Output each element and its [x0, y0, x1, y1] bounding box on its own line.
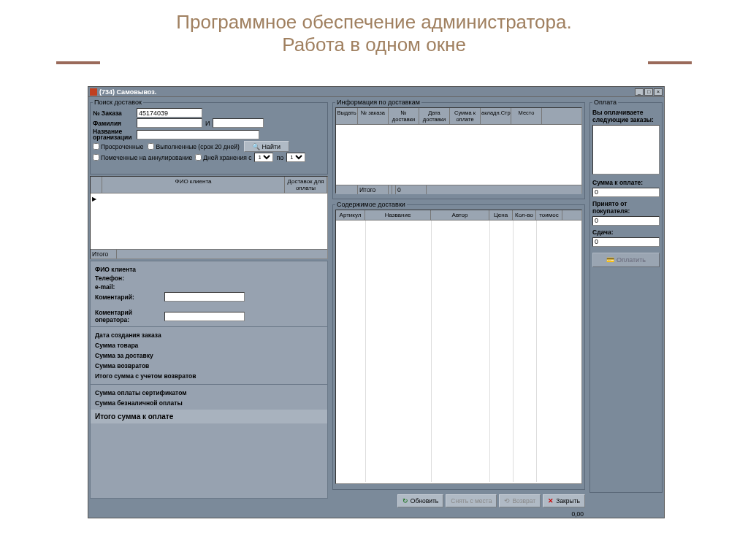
surname-label: Фамилия [93, 120, 137, 127]
refresh-icon: ↻ [402, 497, 408, 505]
contents-sum: 0,00 [331, 510, 587, 518]
refresh-button[interactable]: ↻Обновить [397, 494, 444, 507]
search-legend: Поиск доставок [93, 99, 143, 106]
action-buttons: ↻Обновить Снять с места ⟲Возврат ✕Закрыт… [331, 491, 587, 510]
deliveries-panel: Информация по доставкам Выдать № заказа … [332, 99, 585, 199]
org-label: Название организации [93, 129, 137, 140]
initials-input[interactable] [213, 118, 264, 128]
total-sum: Итого сумма к оплате [91, 410, 327, 423]
minimize-button[interactable]: _ [635, 88, 644, 96]
pay-button[interactable]: 💳Оплатить [592, 253, 660, 267]
deliveries-grid[interactable]: Выдать № заказа № доставки Дата доставки… [335, 107, 582, 193]
order-input[interactable] [137, 108, 202, 118]
contents-grid[interactable]: Артикул Название Автор Цена Кол-во тоимо… [335, 210, 582, 484]
days-from-select[interactable]: 10 [254, 153, 273, 162]
done-checkbox[interactable]: Выполненные (срок 20 дней) [148, 143, 239, 150]
slide-divider [0, 61, 748, 64]
client-details: ФИО клиента Телефон: e-mail: Коментарий:… [90, 261, 328, 499]
return-button[interactable]: ⟲Возврат [499, 494, 541, 507]
maximize-button[interactable]: □ [644, 88, 653, 96]
app-icon [90, 88, 97, 96]
sum-value: 0 [592, 188, 660, 197]
row-marker-icon: ▶ [92, 196, 96, 202]
days-checkbox[interactable]: Дней хранения с [195, 154, 251, 161]
titlebar: (734) Самовывоз. _ □ × [88, 87, 664, 97]
close-button[interactable]: ✕Закрыть [543, 494, 585, 507]
change-value: 0 [592, 237, 660, 247]
search-icon: 🔍 [252, 143, 260, 150]
received-input[interactable]: 0 [592, 216, 660, 226]
op-comment-input[interactable] [164, 312, 245, 321]
org-input[interactable] [137, 130, 259, 139]
find-button[interactable]: 🔍Найти [244, 141, 289, 152]
app-window: (734) Самовывоз. _ □ × Поиск доставок № … [88, 86, 665, 518]
search-panel: Поиск доставок № Заказа Фамилия И Назван… [90, 99, 328, 174]
slide-title: Программное обеспечение администратора. … [0, 0, 748, 60]
surname-input[interactable] [137, 118, 202, 128]
clients-grid[interactable]: ФИО клиента Доставок для оплаты ▶ Итого [90, 176, 328, 259]
contents-panel: Содержимое доставки Артикул Название Авт… [332, 201, 585, 490]
overdue-checkbox[interactable]: Просроченные [93, 143, 143, 150]
close-window-button[interactable]: × [654, 88, 663, 96]
back-icon: ⟲ [504, 497, 510, 505]
payment-panel: Оплата Вы оплачиваете следующие заказы: … [589, 99, 663, 493]
clients-total: Итого [91, 250, 117, 258]
window-title: (734) Самовывоз. [99, 88, 635, 96]
cancel-checkbox[interactable]: Помеченные на аннулирование [93, 154, 192, 161]
orders-listbox[interactable] [592, 125, 660, 174]
days-to-select[interactable]: 10 [286, 153, 305, 162]
col-fio: ФИО клиента [102, 177, 285, 193]
pay-icon: 💳 [606, 256, 614, 264]
comment-input[interactable] [164, 292, 245, 302]
order-label: № Заказа [93, 110, 137, 117]
close-icon: ✕ [548, 497, 554, 505]
take-button[interactable]: Снять с места [446, 494, 497, 507]
col-pay: Доставок для оплаты [285, 177, 327, 193]
and-label: И [205, 120, 210, 127]
